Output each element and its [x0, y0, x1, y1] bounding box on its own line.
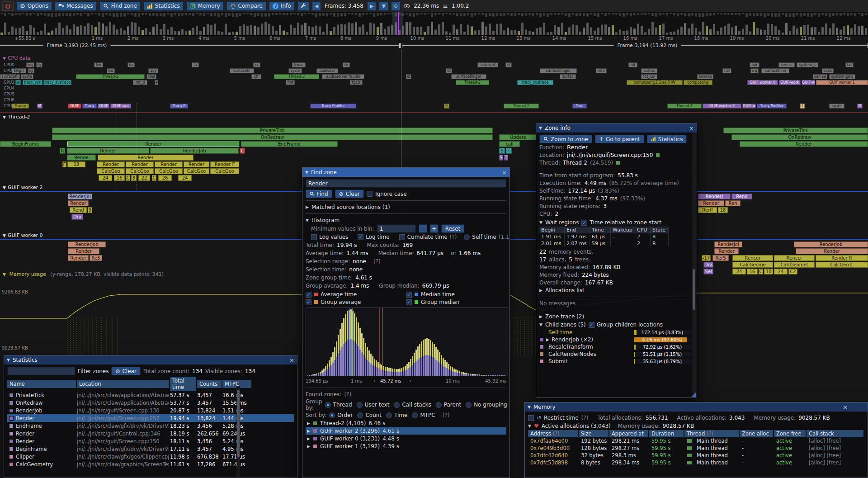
cpu-zone[interactable]: irq	[750, 68, 759, 73]
cpu-zone[interactable]: aur	[750, 62, 760, 67]
cpu-zone[interactable]: Tracy Profiler	[310, 104, 356, 109]
child-zone-row[interactable]: Submit 35.63 µs (0.79%)	[539, 358, 691, 365]
next-frame-button[interactable]: ▶	[367, 1, 376, 11]
timeline-zone[interactable]: Sel	[703, 269, 713, 274]
sort-by-radio[interactable]: Time	[386, 412, 407, 418]
cpu-zone[interactable]: tgkls	[350, 80, 363, 85]
cpu-zone[interactable]: ss	[15, 80, 21, 85]
timeline-zone[interactable]: RenderJol	[714, 241, 742, 247]
timeline-zone[interactable]: S	[499, 148, 505, 154]
child-zone-row[interactable]: Self time 172.14 µs (3.83%)	[539, 329, 691, 336]
child-zone-row[interactable]: RecalcTransform 72.92 µs (1.62%)	[539, 343, 691, 350]
compare-button[interactable]: Compare	[226, 1, 266, 11]
allocation-thread[interactable]: Main thread	[684, 438, 740, 444]
cpu-zone[interactable]: surfac	[560, 74, 576, 79]
relative-time-checkbox[interactable]: Time relative to zone start	[581, 219, 661, 226]
cpu-data-section-header[interactable]: ▼CPU data	[3, 55, 31, 61]
timeline-zone[interactable]: F	[62, 161, 66, 167]
scrollbar-thumb[interactable]	[693, 269, 695, 310]
allocation-appeared-at[interactable]: 298.27 ms	[609, 445, 649, 451]
cpu-zone[interactable]: kwgrr	[12, 68, 26, 73]
cpu-zone[interactable]: audioser	[316, 68, 338, 73]
child-zones-toggle[interactable]: ▼ Child zones (5) Group children locatio…	[539, 321, 691, 329]
cpu-zone[interactable]: md	[286, 80, 295, 85]
memory-button[interactable]: Memory	[186, 1, 224, 11]
timeline-zone[interactable]: Render	[67, 141, 240, 147]
timeline-zone[interactable]: CalcGeomet	[774, 262, 815, 268]
allocation-row[interactable]: 0x7dfaa64e00 192 bytes 298.21 ms 59.95 s…	[528, 437, 864, 445]
prev-frame-button[interactable]: ◀	[312, 1, 321, 11]
cpu-zone[interactable]: surfaceflinger	[540, 68, 577, 73]
cpu-zone[interactable]: lat	[845, 62, 854, 67]
allocations-column-header[interactable]: Zone free	[774, 430, 806, 437]
cpu-zone[interactable]: GUIF worker 2	[703, 104, 741, 109]
timeline-zone[interactable]: Render	[740, 141, 868, 147]
cpu-zone[interactable]: GUIF-work	[779, 80, 801, 85]
histogram-option-checkbox[interactable]: Cumulate time(?)	[399, 234, 457, 240]
search-input[interactable]	[306, 179, 506, 188]
histogram-plot[interactable]	[306, 308, 508, 376]
cpu-zone[interactable]: GUIF	[68, 104, 81, 109]
wait-region-column-header[interactable]: CPU	[635, 227, 651, 233]
statistics-row[interactable]: Render jni/../jni/src/guif/Control.cpp:3…	[7, 430, 294, 437]
memory-usage-section-header[interactable]: ▼ Memory usage (y-range: 178.27 KB, visi…	[3, 271, 164, 277]
cpu-zone[interactable]: Thread-2	[274, 74, 319, 79]
statistics-button[interactable]: Statistics	[143, 1, 184, 11]
timeline-zone[interactable]: Render	[184, 161, 209, 167]
allocations-column-header[interactable]: Address (?)	[528, 430, 578, 437]
cpu-zone[interactable]: GUIF	[98, 104, 109, 109]
timeline-zone[interactable]: T	[506, 148, 512, 154]
matched-locations-toggle[interactable]: ▶Matched source locations (1)	[306, 203, 506, 211]
sort-by-radio[interactable]: Count	[357, 412, 382, 418]
frame-bar[interactable]: Frame 3,193 (22.45 ms) Frame 3,194 (13.9…	[0, 42, 868, 49]
allocations-column-header[interactable]: Appeared at	[609, 430, 648, 437]
cpu-zone[interactable]: tracy_systrace	[517, 80, 553, 85]
cpu-zone[interactable]: kw	[107, 68, 115, 73]
cpu-zone[interactable]: composer@	[684, 80, 712, 85]
timeline-zone[interactable]: RenderJol	[68, 194, 92, 199]
cpu-zone[interactable]: M	[37, 104, 42, 109]
help-mark[interactable]: (?)	[581, 415, 589, 421]
timeline-zone[interactable]: 18	[718, 207, 728, 213]
cpu-zone[interactable]: A	[444, 104, 449, 109]
statistics-row[interactable]: PrivateTick jni/../jni/src/claw/applicat…	[7, 391, 294, 399]
histogram-option-checkbox[interactable]: Log time	[358, 234, 392, 240]
timeline-zone[interactable]: Render	[68, 255, 89, 261]
timeline-zone[interactable]: Rerff	[698, 207, 717, 213]
cpu-zone[interactable]: rot_d	[133, 80, 147, 85]
allocation-appeared-at[interactable]: 298.3 ms	[609, 452, 649, 459]
legend-checkbox[interactable]: Group average	[306, 299, 401, 305]
help-mark[interactable]: (?)	[443, 412, 450, 418]
allocations-column-header[interactable]: Thread (?)	[684, 430, 739, 437]
goto-frame-button[interactable]: ⊕	[391, 1, 401, 11]
cpu-zone[interactable]: kworke	[697, 74, 713, 79]
statistics-titlebar[interactable]: ▼ Statistics ×	[4, 355, 297, 364]
cpu-zone[interactable]: sy	[36, 62, 42, 67]
statistics-row[interactable]: BeginFrame jni/../jni/src/claw/gfx/drv/v…	[7, 445, 294, 453]
cpu-zone[interactable]: cfr	[251, 74, 261, 79]
allocation-thread[interactable]: Main thread	[684, 445, 740, 451]
allocation-address[interactable]: 0x7dfaa64e00	[528, 438, 579, 444]
timeline-zone[interactable]: 24	[178, 175, 192, 181]
timeline-zone[interactable]: 22	[138, 175, 150, 181]
group-children-checkbox[interactable]: Group children locations	[589, 322, 663, 328]
range-left-arrow[interactable]: ←	[373, 379, 377, 383]
timeline-zone[interactable]: RenderJ	[698, 194, 731, 199]
timeline-zone[interactable]: CalcGeo	[155, 168, 183, 174]
cpu-zone[interactable]: fa	[192, 62, 199, 67]
timeline-zone[interactable]: Rend	[731, 194, 752, 199]
cpu-zone[interactable]: rot	[628, 62, 637, 67]
active-allocations-toggle[interactable]: ▼ ♥ Active allocations (3,043) Memory us…	[528, 422, 864, 430]
timeline-zone[interactable]: Ren	[725, 200, 741, 206]
filter-clear-button[interactable]: ⊘Clear	[111, 367, 140, 375]
cpu-zone[interactable]: surfacefli	[0, 74, 20, 79]
timeline-zone[interactable]: C	[759, 269, 763, 274]
cpu-zone[interactable]: et	[505, 62, 512, 67]
cpu-zone[interactable]: cr	[253, 62, 260, 67]
timeline-zone[interactable]: Render	[98, 155, 193, 161]
filter-input[interactable]	[7, 367, 75, 375]
allocation-row[interactable]: 0x7dfc53d898 8 bytes 298.34 ms 59.95 s M…	[528, 459, 864, 466]
cpu-zone[interactable]: ba	[127, 62, 135, 67]
found-zone-group-row[interactable]: ▶ GUIF worker 2 (3,296) 4.61 s	[306, 427, 506, 435]
allocations-column-header[interactable]: Size	[579, 430, 609, 437]
